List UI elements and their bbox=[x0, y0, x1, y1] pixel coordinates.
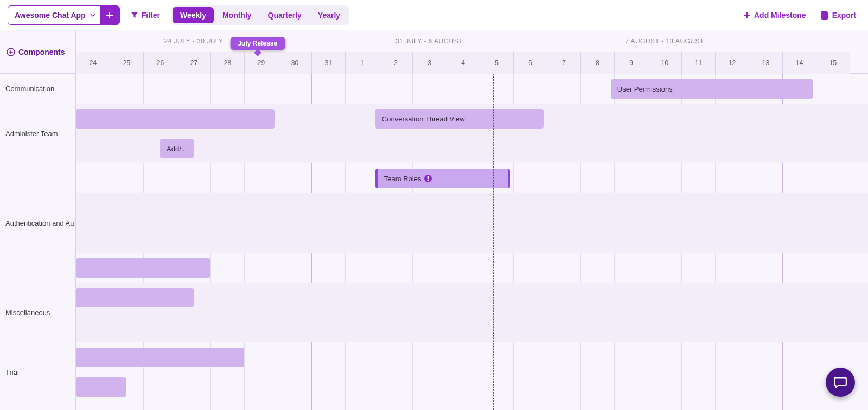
day-cell[interactable]: 4 bbox=[446, 52, 480, 74]
project-select-label[interactable]: Awesome Chat App bbox=[8, 11, 100, 20]
timeline-bar[interactable]: Add/... bbox=[160, 139, 194, 158]
timeline-bar[interactable] bbox=[76, 377, 126, 397]
timeline-grid[interactable]: 24 JULY - 30 JULY31 JULY - 6 AUGUST7 AUG… bbox=[76, 30, 868, 410]
timeline-bar[interactable] bbox=[76, 348, 244, 367]
day-cell[interactable]: 9 bbox=[614, 52, 648, 74]
filter-icon bbox=[131, 11, 138, 19]
plus-circle-icon bbox=[7, 48, 15, 56]
component-row-label[interactable]: Miscellaneous bbox=[0, 283, 75, 342]
components-label: Components bbox=[18, 48, 65, 56]
month-range-label: 31 JULY - 6 AUGUST bbox=[311, 30, 547, 52]
plus-icon bbox=[743, 11, 751, 19]
component-row-label[interactable]: Communication bbox=[0, 74, 75, 104]
day-cell[interactable]: 13 bbox=[749, 52, 782, 74]
export-button[interactable]: Export bbox=[817, 8, 860, 23]
timeline-bar[interactable] bbox=[76, 258, 210, 278]
timeline-bar[interactable] bbox=[76, 109, 275, 129]
current-cursor-line bbox=[493, 74, 494, 410]
day-cell[interactable]: 1 bbox=[345, 52, 379, 74]
view-monthly[interactable]: Monthly bbox=[215, 7, 259, 23]
day-cell[interactable]: 30 bbox=[278, 52, 311, 74]
day-cell[interactable]: 10 bbox=[648, 52, 681, 74]
day-header-row: 2425262728293031123456789101112131415 bbox=[76, 52, 868, 74]
day-cell[interactable]: 27 bbox=[177, 52, 210, 74]
view-quarterly[interactable]: Quarterly bbox=[260, 7, 309, 23]
alert-icon: ! bbox=[424, 175, 432, 182]
timeline-bar[interactable]: User Permissions bbox=[611, 79, 813, 99]
day-cell[interactable]: 15 bbox=[816, 52, 850, 74]
day-cell[interactable]: 6 bbox=[513, 52, 547, 74]
project-name: Awesome Chat App bbox=[15, 11, 86, 20]
add-milestone-label: Add Milestone bbox=[754, 11, 806, 20]
timeline-bar[interactable] bbox=[76, 288, 194, 308]
timeline-bar-label: Team Roles bbox=[384, 175, 422, 183]
day-cell[interactable]: 25 bbox=[110, 52, 143, 74]
filter-label: Filter bbox=[142, 11, 160, 20]
day-cell[interactable]: 5 bbox=[480, 52, 513, 74]
filter-button[interactable]: Filter bbox=[126, 8, 164, 23]
milestone-pill[interactable]: July Release bbox=[230, 37, 285, 50]
chat-fab-button[interactable] bbox=[826, 368, 855, 397]
project-select: Awesome Chat App bbox=[8, 5, 120, 25]
month-range-label: 7 AUGUST - 13 AUGUST bbox=[547, 30, 782, 52]
day-cell[interactable]: 11 bbox=[681, 52, 715, 74]
day-cell[interactable]: 28 bbox=[210, 52, 244, 74]
view-yearly[interactable]: Yearly bbox=[310, 7, 348, 23]
day-cell[interactable]: 26 bbox=[143, 52, 177, 74]
day-cell[interactable]: 3 bbox=[412, 52, 446, 74]
chat-icon bbox=[833, 375, 847, 389]
add-milestone-button[interactable]: Add Milestone bbox=[739, 8, 810, 23]
day-cell[interactable]: 24 bbox=[76, 52, 110, 74]
toolbar: Awesome Chat App Filter WeeklyMonthlyQua… bbox=[0, 0, 868, 30]
timeline-bar[interactable]: Team Roles! bbox=[375, 169, 510, 188]
component-row-label[interactable]: Trial bbox=[0, 342, 75, 402]
add-project-button[interactable] bbox=[100, 5, 119, 25]
timeline-bar-label: User Permissions bbox=[617, 85, 673, 93]
day-cell[interactable]: 31 bbox=[311, 52, 345, 74]
day-cell[interactable]: 12 bbox=[715, 52, 749, 74]
milestone-label: July Release bbox=[238, 40, 277, 47]
view-weekly[interactable]: Weekly bbox=[173, 7, 214, 23]
day-cell[interactable]: 8 bbox=[580, 52, 614, 74]
timeline: Components CommunicationAdminister TeamA… bbox=[0, 30, 868, 410]
component-row-label[interactable]: Administer Team bbox=[0, 104, 75, 163]
components-header[interactable]: Components bbox=[0, 30, 75, 74]
component-row-label[interactable]: Authentication and Au... bbox=[0, 193, 75, 253]
milestone-line bbox=[258, 74, 258, 410]
day-cell[interactable]: 2 bbox=[379, 52, 412, 74]
sidebar: Components CommunicationAdminister TeamA… bbox=[0, 30, 76, 410]
chevron-down-icon bbox=[90, 12, 95, 18]
month-header-row: 24 JULY - 30 JULY31 JULY - 6 AUGUST7 AUG… bbox=[76, 30, 868, 52]
timeline-bar[interactable]: Conversation Thread View bbox=[375, 109, 544, 129]
view-segmented: WeeklyMonthlyQuarterlyYearly bbox=[171, 5, 349, 25]
day-cell[interactable]: 14 bbox=[782, 52, 816, 74]
timeline-bar-label: Add/... bbox=[167, 145, 187, 153]
export-label: Export bbox=[832, 11, 856, 20]
timeline-body[interactable]: User PermissionsConversation Thread View… bbox=[76, 74, 868, 410]
timeline-bar-label: Conversation Thread View bbox=[382, 115, 465, 123]
day-cell[interactable]: 7 bbox=[547, 52, 580, 74]
day-cell[interactable]: 29 bbox=[244, 52, 278, 74]
export-icon bbox=[821, 11, 829, 20]
